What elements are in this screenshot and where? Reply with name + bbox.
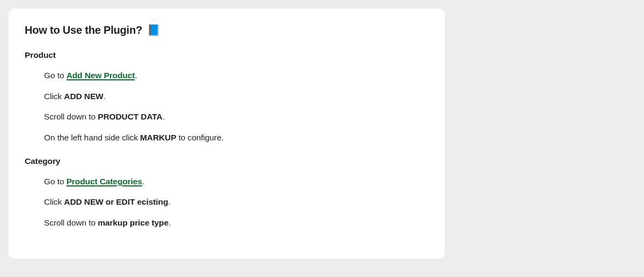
step-text: .: [142, 177, 144, 186]
section-product: Product Go to Add New Product. Click ADD…: [25, 50, 429, 144]
step-text: Click: [44, 92, 64, 101]
step-bold: ADD NEW: [64, 92, 103, 101]
section-category: Category Go to Product Categories. Click…: [25, 156, 429, 229]
step-text: .: [135, 71, 137, 80]
help-card: How to Use the Plugin? 📘 Product Go to A…: [9, 9, 445, 259]
card-title-text: How to Use the Plugin?: [25, 24, 142, 36]
list-item: Go to Product Categories.: [44, 176, 429, 188]
link-product-categories[interactable]: Product Categories: [67, 177, 142, 186]
card-title: How to Use the Plugin? 📘: [25, 24, 429, 36]
step-text: Go to: [44, 71, 67, 80]
step-text: .: [168, 197, 170, 206]
list-item: Scroll down to markup price type.: [44, 217, 429, 229]
steps-category: Go to Product Categories. Click ADD NEW …: [25, 176, 429, 229]
step-bold: MARKUP: [140, 133, 176, 142]
link-add-new-product[interactable]: Add New Product: [67, 71, 135, 80]
step-text: Click: [44, 197, 64, 206]
section-heading-product: Product: [25, 50, 429, 60]
step-text: On the left hand side click: [44, 133, 140, 142]
step-bold: PRODUCT DATA: [98, 112, 163, 121]
step-bold: markup price type: [98, 218, 169, 227]
list-item: Go to Add New Product.: [44, 70, 429, 81]
step-text: .: [163, 112, 165, 121]
step-text: .: [169, 218, 171, 227]
step-text: Scroll down to: [44, 218, 98, 227]
book-icon: 📘: [147, 24, 160, 36]
list-item: Scroll down to PRODUCT DATA.: [44, 111, 429, 123]
step-bold: ADD NEW or EDIT ecisting: [64, 197, 168, 206]
step-text: to configure.: [176, 133, 223, 142]
list-item: Click ADD NEW or EDIT ecisting.: [44, 196, 429, 208]
list-item: On the left hand side click MARKUP to co…: [44, 132, 429, 144]
step-text: .: [104, 92, 106, 101]
step-text: Scroll down to: [44, 112, 98, 121]
steps-product: Go to Add New Product. Click ADD NEW. Sc…: [25, 70, 429, 144]
step-text: Go to: [44, 177, 67, 186]
list-item: Click ADD NEW.: [44, 91, 429, 102]
section-heading-category: Category: [25, 156, 429, 166]
